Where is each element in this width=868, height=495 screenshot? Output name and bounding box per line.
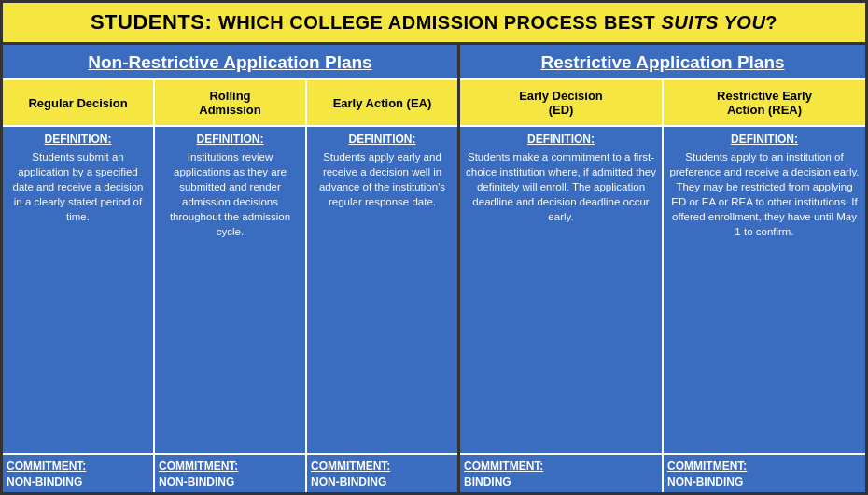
rea-title: Restrictive EarlyAction (REA) — [717, 89, 812, 117]
rea-def-label: DEFINITION: — [731, 133, 798, 146]
early-decision-inner: DEFINITION: Students make a commitment t… — [466, 133, 656, 449]
rea-def-text: Students apply to an institution of pref… — [669, 149, 860, 449]
early-action-def-label: DEFINITION: — [349, 133, 416, 146]
early-action-commitment-value: NON-BINDING — [311, 475, 454, 488]
early-decision-commitment-label: COMMITMENT: — [464, 460, 658, 473]
rolling-admission-title: RollingAdmission — [199, 89, 260, 117]
regular-decision-inner: DEFINITION: Students submit an applicati… — [8, 133, 147, 449]
regular-decision-def-text: Students submit an application by a spec… — [8, 149, 147, 449]
rea-commitment-label: COMMITMENT: — [667, 460, 861, 473]
rea-header: Restrictive EarlyAction (REA) — [664, 80, 865, 127]
rolling-admission-inner: DEFINITION: Institutions review applicat… — [161, 133, 300, 449]
regular-decision-def-label: DEFINITION: — [45, 133, 112, 146]
col-rea: Restrictive EarlyAction (REA) DEFINITION… — [664, 80, 865, 492]
early-decision-title: Early Decision(ED) — [519, 89, 603, 117]
rolling-admission-body: DEFINITION: Institutions review applicat… — [155, 127, 305, 453]
early-action-body: DEFINITION: Students apply early and rec… — [307, 127, 457, 453]
non-restrictive-columns: Regular Decision DEFINITION: Students su… — [3, 80, 457, 492]
rolling-admission-commitment: COMMITMENT: NON-BINDING — [155, 453, 305, 492]
restrictive-header-text: Restrictive Application Plans — [540, 52, 784, 72]
banner-text-italic: SUITS YOU — [661, 12, 765, 33]
early-action-commitment-label: COMMITMENT: — [311, 460, 454, 473]
rea-inner: DEFINITION: Students apply to an institu… — [669, 133, 860, 449]
rolling-admission-header: RollingAdmission — [155, 80, 305, 127]
regular-decision-commitment-value: NON-BINDING — [7, 475, 149, 488]
col-rolling-admission: RollingAdmission DEFINITION: Institution… — [155, 80, 307, 492]
banner-text-end: ? — [765, 12, 777, 33]
restrictive-header: Restrictive Application Plans — [460, 45, 865, 80]
rea-commitment-value: NON-BINDING — [667, 475, 861, 488]
non-restrictive-header: Non-Restrictive Application Plans — [3, 45, 457, 80]
early-decision-body: DEFINITION: Students make a commitment t… — [460, 127, 662, 453]
regular-decision-title: Regular Decision — [28, 96, 127, 110]
early-action-title: Early Action (EA) — [333, 96, 432, 110]
regular-decision-header: Regular Decision — [3, 80, 153, 127]
rolling-admission-commitment-value: NON-BINDING — [159, 475, 301, 488]
early-decision-def-text: Students make a commitment to a first-ch… — [466, 149, 656, 449]
early-action-commitment: COMMITMENT: NON-BINDING — [307, 453, 457, 492]
rolling-admission-def-text: Institutions review applications as they… — [161, 149, 300, 449]
banner-text-regular: WHICH COLLEGE ADMISSION PROCESS BEST — [218, 12, 661, 33]
main-grid: Non-Restrictive Application Plans Regula… — [3, 45, 865, 492]
col-early-action: Early Action (EA) DEFINITION: Students a… — [307, 80, 457, 492]
early-decision-commitment: COMMITMENT: BINDING — [460, 453, 662, 492]
rea-commitment: COMMITMENT: NON-BINDING — [664, 453, 865, 492]
early-decision-header: Early Decision(ED) — [460, 80, 662, 127]
non-restrictive-section: Non-Restrictive Application Plans Regula… — [3, 45, 460, 492]
banner-text-bold: STUDENTS: — [91, 10, 212, 34]
main-container: STUDENTS: WHICH COLLEGE ADMISSION PROCES… — [0, 0, 868, 495]
regular-decision-commitment: COMMITMENT: NON-BINDING — [3, 453, 153, 492]
rolling-admission-commitment-label: COMMITMENT: — [159, 460, 301, 473]
early-action-inner: DEFINITION: Students apply early and rec… — [313, 133, 452, 449]
early-decision-commitment-value: BINDING — [464, 475, 658, 488]
rolling-admission-def-label: DEFINITION: — [197, 133, 264, 146]
non-restrictive-header-text: Non-Restrictive Application Plans — [88, 52, 371, 72]
banner: STUDENTS: WHICH COLLEGE ADMISSION PROCES… — [3, 3, 865, 45]
early-action-header: Early Action (EA) — [307, 80, 457, 127]
rea-body: DEFINITION: Students apply to an institu… — [664, 127, 865, 453]
restrictive-columns: Early Decision(ED) DEFINITION: Students … — [460, 80, 865, 492]
regular-decision-commitment-label: COMMITMENT: — [7, 460, 149, 473]
early-decision-def-label: DEFINITION: — [527, 133, 595, 146]
regular-decision-body: DEFINITION: Students submit an applicati… — [3, 127, 153, 453]
col-early-decision: Early Decision(ED) DEFINITION: Students … — [460, 80, 664, 492]
restrictive-section: Restrictive Application Plans Early Deci… — [460, 45, 865, 492]
col-regular-decision: Regular Decision DEFINITION: Students su… — [3, 80, 155, 492]
early-action-def-text: Students apply early and receive a decis… — [313, 149, 452, 449]
